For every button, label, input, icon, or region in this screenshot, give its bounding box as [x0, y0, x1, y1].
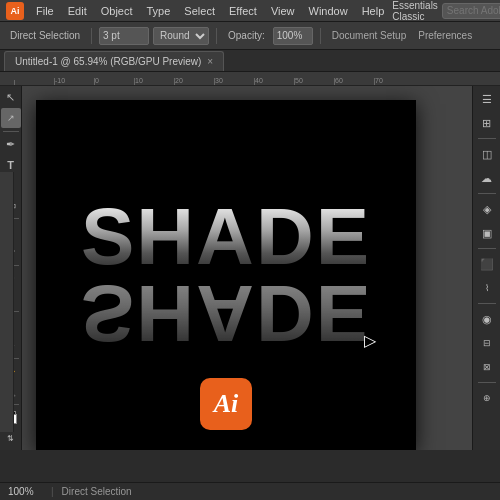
menu-help[interactable]: Help: [356, 0, 391, 22]
transform-panel-btn[interactable]: ⊠: [476, 356, 498, 378]
menu-select[interactable]: Select: [178, 0, 221, 22]
tab-close-button[interactable]: ×: [207, 56, 213, 67]
menu-right: Essentials Classic: [392, 0, 500, 22]
right-panel-sep-1: [478, 138, 496, 139]
menu-type[interactable]: Type: [141, 0, 177, 22]
direct-selection-tool[interactable]: ↗: [1, 108, 21, 127]
right-panel: ☰ ⊞ ◫ ☁ ◈ ▣ ⬛ ⌇ ◉ ⊟ ⊠ ⊕: [472, 86, 500, 450]
brushes-panel-btn[interactable]: ⌇: [476, 277, 498, 299]
tool-sep-1: [3, 131, 19, 132]
opacity-input[interactable]: [273, 27, 313, 45]
toolbar: Direct Selection Round Flat Opacity: Doc…: [0, 22, 500, 50]
artboard: SHADE SHADE Ai ▷: [36, 100, 416, 450]
stock-search-input[interactable]: [442, 3, 500, 19]
appearance-panel-btn[interactable]: ◉: [476, 308, 498, 330]
main-layout: ↖ ↗ ✒ T / ▭ ⌇ ✏ ↻ ⤢ ⊕ ✦ ✋ 🔍 ⇅ SHADE SHA: [0, 86, 500, 450]
libraries-panel-btn[interactable]: ☰: [476, 88, 498, 110]
tab-bar: Untitled-1 @ 65.94% (RGB/GPU Preview) ×: [0, 50, 500, 72]
right-panel-sep-3: [478, 248, 496, 249]
opacity-label: Opacity:: [224, 30, 269, 41]
toolbar-separator-2: [216, 28, 217, 44]
properties-panel-btn[interactable]: ⊞: [476, 112, 498, 134]
align-panel-btn[interactable]: ⊟: [476, 332, 498, 354]
menu-bar: Ai File Edit Object Type Select Effect V…: [0, 0, 500, 22]
shade-text-top: SHADE: [81, 197, 371, 277]
document-tab[interactable]: Untitled-1 @ 65.94% (RGB/GPU Preview) ×: [4, 51, 224, 71]
stroke-type-select[interactable]: Round Flat: [153, 27, 209, 45]
tab-title: Untitled-1 @ 65.94% (RGB/GPU Preview): [15, 56, 201, 67]
swatches-panel-btn[interactable]: ⬛: [476, 253, 498, 275]
menu-file[interactable]: File: [30, 0, 60, 22]
ai-icon: Ai: [200, 378, 252, 430]
tool-name-label: Direct Selection: [6, 30, 84, 41]
assets-panel-btn[interactable]: ◈: [476, 198, 498, 220]
stroke-size-input[interactable]: [99, 27, 149, 45]
selection-tool[interactable]: ↖: [1, 88, 21, 107]
right-panel-sep-4: [478, 303, 496, 304]
pen-tool[interactable]: ✒: [1, 135, 21, 154]
canvas-area[interactable]: SHADE SHADE Ai ▷: [22, 86, 472, 450]
toolbar-separator-3: [320, 28, 321, 44]
shade-text-bottom: SHADE: [81, 273, 371, 353]
status-info: Direct Selection: [62, 486, 132, 497]
status-bar: 100% | Direct Selection: [0, 482, 500, 500]
menu-edit[interactable]: Edit: [62, 0, 93, 22]
app-icon: Ai: [6, 2, 24, 20]
ruler-horizontal: -10 0 10 20 30 40 50 60 70: [0, 72, 500, 86]
right-panel-sep-5: [478, 382, 496, 383]
artboards-panel-btn[interactable]: ▣: [476, 222, 498, 244]
right-panel-sep-2: [478, 193, 496, 194]
prefs-label[interactable]: Preferences: [414, 30, 476, 41]
menu-window[interactable]: Window: [303, 0, 354, 22]
ruler-vertical: [0, 172, 14, 432]
pathfinder-panel-btn[interactable]: ⊕: [476, 387, 498, 409]
ruler-h-ticks: -10 0 10 20 30 40 50 60 70: [14, 72, 500, 86]
workspace-label: Essentials Classic: [392, 0, 438, 22]
status-sep-1: |: [51, 486, 54, 497]
toolbar-separator-1: [91, 28, 92, 44]
menu-object[interactable]: Object: [95, 0, 139, 22]
cc-libraries-btn[interactable]: ☁: [476, 167, 498, 189]
menu-view[interactable]: View: [265, 0, 301, 22]
layers-panel-btn[interactable]: ◫: [476, 143, 498, 165]
zoom-level[interactable]: 100%: [8, 486, 43, 497]
doc-setup-label[interactable]: Document Setup: [328, 30, 411, 41]
menu-effect[interactable]: Effect: [223, 0, 263, 22]
